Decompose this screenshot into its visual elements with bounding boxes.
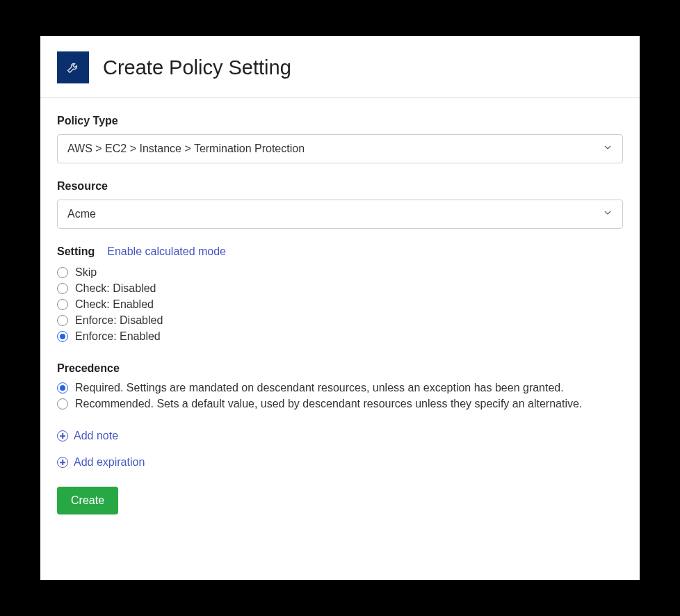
radio-label: Check: Disabled: [75, 282, 156, 295]
setting-radio-group: Skip Check: Disabled Check: Enabled Enfo…: [57, 266, 623, 343]
radio-icon: [57, 398, 68, 410]
policy-type-value[interactable]: AWS > EC2 > Instance > Termination Prote…: [57, 134, 623, 163]
radio-label: Recommended. Sets a default value, used …: [75, 398, 582, 410]
radio-check-disabled[interactable]: Check: Disabled: [57, 282, 623, 295]
radio-recommended[interactable]: Recommended. Sets a default value, used …: [57, 398, 623, 410]
radio-label: Skip: [75, 266, 97, 279]
radio-required[interactable]: Required. Settings are mandated on desce…: [57, 382, 623, 394]
add-note-label: Add note: [74, 430, 118, 442]
wrench-icon: [57, 51, 89, 83]
page-title: Create Policy Setting: [103, 56, 291, 79]
radio-icon: [57, 315, 68, 326]
policy-type-select[interactable]: AWS > EC2 > Instance > Termination Prote…: [57, 134, 623, 163]
precedence-label: Precedence: [57, 362, 623, 375]
radio-icon: [57, 267, 68, 278]
add-note-link[interactable]: Add note: [57, 430, 623, 442]
radio-label: Enforce: Enabled: [75, 330, 161, 343]
radio-enforce-enabled[interactable]: Enforce: Enabled: [57, 330, 623, 343]
precedence-radio-group: Required. Settings are mandated on desce…: [57, 382, 623, 410]
create-button[interactable]: Create: [57, 487, 118, 514]
radio-check-enabled[interactable]: Check: Enabled: [57, 298, 623, 311]
enable-calculated-mode-link[interactable]: Enable calculated mode: [107, 245, 226, 258]
radio-icon: [57, 382, 68, 394]
radio-label: Required. Settings are mandated on desce…: [75, 382, 564, 394]
add-expiration-link[interactable]: Add expiration: [57, 456, 623, 469]
add-expiration-label: Add expiration: [74, 456, 145, 469]
radio-label: Enforce: Disabled: [75, 314, 163, 327]
radio-skip[interactable]: Skip: [57, 266, 623, 279]
radio-icon: [57, 299, 68, 310]
policy-type-label: Policy Type: [57, 115, 623, 127]
plus-circle-icon: [57, 457, 68, 468]
setting-header: Setting Enable calculated mode: [57, 245, 623, 258]
radio-icon: [57, 283, 68, 294]
create-policy-panel: Create Policy Setting Policy Type AWS > …: [40, 36, 640, 580]
plus-circle-icon: [57, 430, 68, 441]
resource-value[interactable]: Acme: [57, 200, 623, 229]
panel-header: Create Policy Setting: [40, 51, 640, 98]
resource-select[interactable]: Acme: [57, 200, 623, 229]
resource-label: Resource: [57, 180, 623, 193]
form-body: Policy Type AWS > EC2 > Instance > Termi…: [40, 98, 640, 514]
radio-icon: [57, 331, 68, 342]
setting-label: Setting: [57, 245, 95, 258]
radio-label: Check: Enabled: [75, 298, 154, 311]
radio-enforce-disabled[interactable]: Enforce: Disabled: [57, 314, 623, 327]
